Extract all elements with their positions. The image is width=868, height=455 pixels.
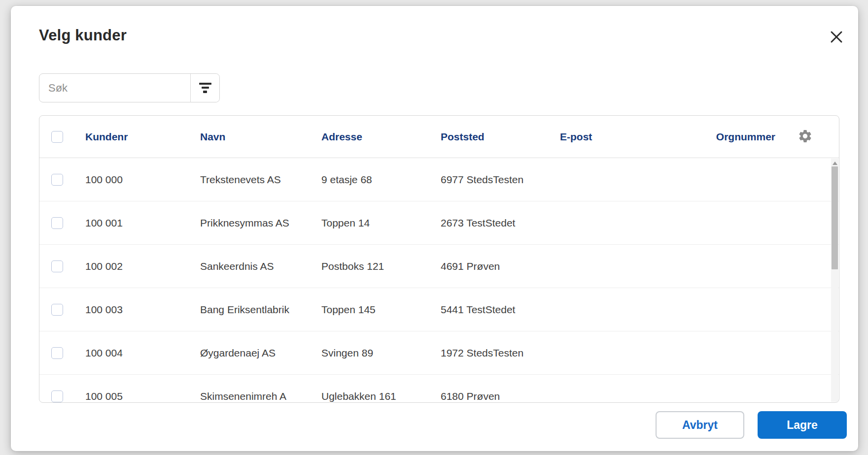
cell-kundenr: 100 001 [85,217,200,229]
cell-poststed: 6180 Prøven [441,390,560,402]
page-title: Velg kunder [39,27,127,44]
table-row[interactable]: 100 002 Sankeerdnis AS Postboks 121 4691… [39,245,839,288]
cell-poststed: 2673 TestStedet [441,217,560,229]
cell-navn: Øygardenaej AS [200,347,321,359]
cell-navn: Skimsenenimreh A [200,390,321,402]
cell-navn: Trekstenevets AS [200,174,321,186]
column-header-navn[interactable]: Navn [200,131,321,143]
scroll-up-arrow-icon[interactable] [833,162,837,165]
cell-poststed: 5441 TestStedet [441,304,560,316]
cell-navn: Sankeerdnis AS [200,260,321,272]
filter-icon [199,83,211,93]
column-header-epost[interactable]: E-post [560,131,712,143]
column-header-kundenr[interactable]: Kundenr [85,131,200,143]
table-header: Kundenr Navn Adresse Poststed E-post Org… [39,116,839,158]
cancel-button[interactable]: Avbryt [656,411,744,439]
row-checkbox[interactable] [51,347,63,359]
cell-adresse: Toppen 145 [321,304,441,316]
gear-icon [798,129,813,145]
cell-kundenr: 100 004 [85,347,200,359]
search-input[interactable] [39,74,190,102]
cell-adresse: 9 etasje 68 [321,174,441,186]
row-checkbox[interactable] [51,390,63,402]
cell-adresse: Postboks 121 [321,260,441,272]
table-row[interactable]: 100 001 Prikknesymmas AS Toppen 14 2673 … [39,201,839,245]
row-checkbox[interactable] [51,217,63,229]
customers-table: Kundenr Navn Adresse Poststed E-post Org… [39,115,839,403]
cell-adresse: Uglebakken 161 [321,390,441,402]
column-header-orgnummer[interactable]: Orgnummer [712,131,775,143]
column-header-adresse[interactable]: Adresse [321,131,441,143]
table-row[interactable]: 100 005 Skimsenenimreh A Uglebakken 161 … [39,375,839,403]
cell-kundenr: 100 002 [85,260,200,272]
cell-kundenr: 100 005 [85,390,200,402]
column-settings-button[interactable] [798,129,813,145]
table-row[interactable]: 100 000 Trekstenevets AS 9 etasje 68 697… [39,158,839,201]
cell-poststed: 6977 StedsTesten [441,174,560,186]
cell-adresse: Toppen 14 [321,217,441,229]
table-scrollbar[interactable] [831,159,838,402]
close-button[interactable] [826,27,847,48]
select-all-checkbox[interactable] [51,131,63,143]
save-button[interactable]: Lagre [758,411,847,439]
row-checkbox[interactable] [51,260,63,272]
select-customers-dialog: Velg kunder Kundenr Navn Adresse [11,6,858,451]
cell-navn: Bang Eriksentlabrik [200,304,321,316]
cell-kundenr: 100 000 [85,174,200,186]
row-checkbox[interactable] [51,174,63,186]
filter-button[interactable] [190,74,219,102]
row-checkbox[interactable] [51,304,63,316]
cell-navn: Prikknesymmas AS [200,217,321,229]
close-icon [829,30,844,46]
cell-adresse: Svingen 89 [321,347,441,359]
cell-poststed: 4691 Prøven [441,260,560,272]
cell-poststed: 1972 StedsTesten [441,347,560,359]
cell-kundenr: 100 003 [85,304,200,316]
scrollbar-thumb[interactable] [832,166,838,269]
table-row[interactable]: 100 004 Øygardenaej AS Svingen 89 1972 S… [39,331,839,375]
table-row[interactable]: 100 003 Bang Eriksentlabrik Toppen 145 5… [39,288,839,331]
column-header-poststed[interactable]: Poststed [441,131,560,143]
search-group [39,73,220,102]
